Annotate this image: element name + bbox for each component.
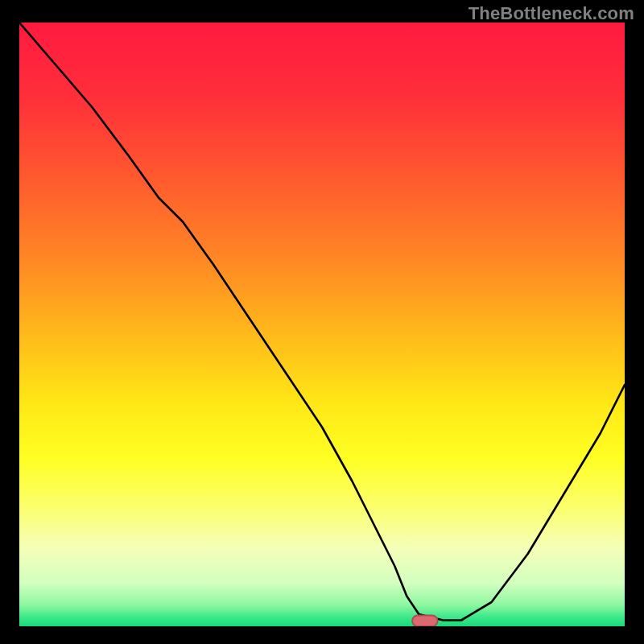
watermark-text: TheBottleneck.com: [469, 3, 634, 24]
chart-frame: TheBottleneck.com: [0, 0, 644, 644]
bottleneck-chart: [19, 23, 625, 626]
optimal-marker: [412, 616, 438, 627]
gradient-background: [19, 23, 625, 626]
